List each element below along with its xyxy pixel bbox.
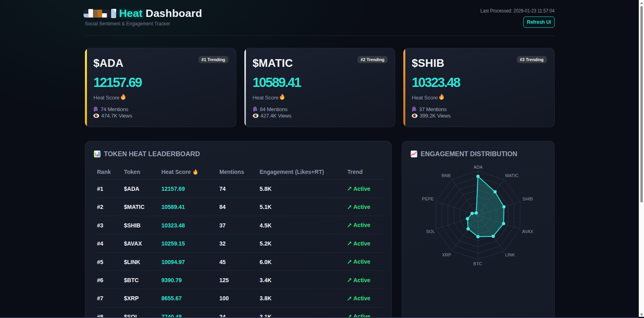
svg-text:PEPE: PEPE	[422, 196, 433, 201]
svg-text:ADA: ADA	[473, 164, 483, 169]
svg-text:SHIB: SHIB	[522, 196, 533, 201]
svg-text:LINK: LINK	[505, 252, 515, 257]
svg-text:AVAX: AVAX	[522, 229, 533, 234]
svg-text:SOL: SOL	[426, 229, 435, 234]
svg-text:MATIC: MATIC	[505, 173, 518, 178]
svg-text:BTC: BTC	[473, 261, 482, 266]
svg-text:BNB: BNB	[442, 173, 451, 178]
svg-text:XRP: XRP	[442, 252, 451, 257]
